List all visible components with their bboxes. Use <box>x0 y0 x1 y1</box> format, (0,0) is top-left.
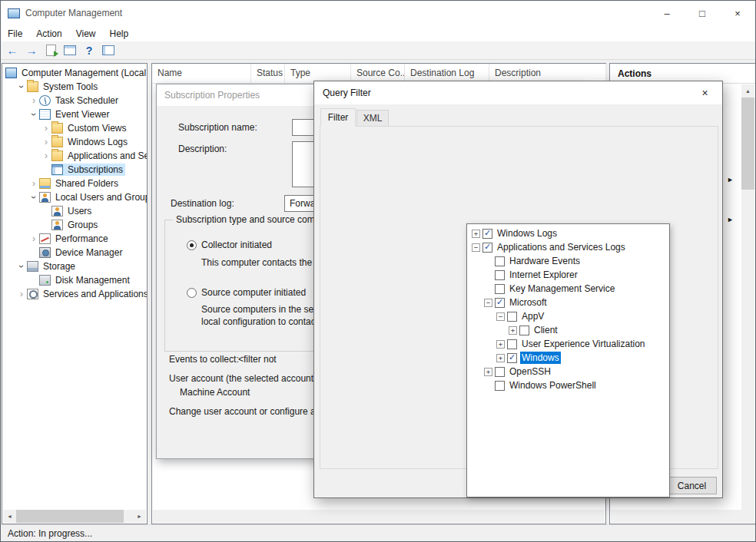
events-to-collect-value: <filter not <box>238 354 277 365</box>
checkbox[interactable] <box>495 381 505 391</box>
list-horizontal-scrollbar[interactable] <box>153 510 605 523</box>
scrollbar-thumb[interactable] <box>741 97 754 190</box>
checkbox[interactable] <box>495 284 505 294</box>
chevron-down-icon[interactable]: › <box>29 109 38 120</box>
actions-horizontal-scrollbar[interactable] <box>611 510 754 523</box>
log-tree-item-key-management-service[interactable]: Key Management Service <box>467 282 669 296</box>
log-tree-item-microsoft[interactable]: − ✓ Microsoft <box>467 296 669 309</box>
scroll-right-button[interactable]: ► <box>133 510 146 523</box>
source-initiated-radio[interactable]: Source computer initiated <box>187 286 306 299</box>
more-actions-flyout-icon[interactable]: ► <box>727 177 734 183</box>
menu-file[interactable]: File <box>1 25 29 41</box>
chevron-down-icon[interactable]: › <box>29 192 38 203</box>
tree-item-shared-folders[interactable]: › Shared Folders <box>2 177 147 190</box>
tree-item-device-manager[interactable]: Device Manager <box>2 246 147 259</box>
expand-button[interactable]: + <box>472 230 480 238</box>
tree-item-local-users-groups[interactable]: › Local Users and Groups <box>2 190 147 204</box>
checkbox[interactable]: ✓ <box>482 229 492 239</box>
properties-button[interactable] <box>100 43 117 58</box>
log-tree-item-internet-explorer[interactable]: Internet Explorer <box>467 268 669 282</box>
scrollbar-track[interactable] <box>124 510 133 523</box>
tree-item-custom-views[interactable]: › Custom Views <box>2 121 147 135</box>
scroll-up-button[interactable]: ▲ <box>741 84 754 97</box>
log-tree-item-hardware-events[interactable]: Hardware Events <box>467 254 669 268</box>
tab-filter[interactable]: Filter <box>320 108 356 127</box>
forward-button[interactable]: → <box>23 43 40 58</box>
log-tree-item-windows-powershell[interactable]: Windows PowerShell <box>467 378 669 392</box>
tab-xml[interactable]: XML <box>356 110 389 127</box>
collector-initiated-radio[interactable]: Collector initiated <box>187 239 272 251</box>
help-button[interactable]: ? <box>81 43 98 58</box>
chevron-right-icon[interactable]: › <box>28 96 39 105</box>
log-tree-label: Key Management Service <box>508 283 616 295</box>
expand-button[interactable]: + <box>484 368 492 376</box>
log-tree-item-windows[interactable]: + ✓ Windows <box>467 351 669 365</box>
tree-item-performance[interactable]: › Performance <box>2 232 147 246</box>
actions-scrollbar[interactable]: ▲ <box>741 84 754 510</box>
show-console-tree-button[interactable] <box>61 43 78 58</box>
tree-item-groups[interactable]: Groups <box>2 218 147 232</box>
folder-icon <box>51 137 63 147</box>
tree-item-task-scheduler[interactable]: › Task Scheduler <box>2 94 147 107</box>
maximize-button[interactable]: □ <box>685 1 720 25</box>
tree-item-computer-management[interactable]: Computer Management (Local <box>2 66 147 80</box>
tree-item-storage[interactable]: › Storage <box>2 259 147 273</box>
log-tree-item-windows-logs[interactable]: + ✓ Windows Logs <box>467 226 669 240</box>
tree-item-users[interactable]: Users <box>2 204 147 218</box>
more-actions-flyout-icon[interactable]: ► <box>727 216 734 223</box>
tree-horizontal-scrollbar[interactable]: ◄ ► <box>3 510 146 523</box>
tree-item-services-applications[interactable]: › Services and Applications <box>2 287 147 301</box>
close-button[interactable]: × <box>720 1 755 25</box>
checkbox[interactable] <box>495 367 505 377</box>
source-description-line1: Source computers in the selec <box>201 304 325 315</box>
checkbox[interactable] <box>519 326 529 335</box>
checkbox[interactable] <box>495 270 505 280</box>
chevron-down-icon[interactable]: › <box>17 261 26 272</box>
expand-button[interactable]: + <box>496 354 505 362</box>
checkbox[interactable] <box>507 312 517 322</box>
menu-action[interactable]: Action <box>29 25 68 41</box>
export-list-button[interactable] <box>42 43 59 58</box>
log-tree-item-applications-services-logs[interactable]: − ✓ Applications and Services Logs <box>467 240 669 254</box>
checkbox[interactable]: ✓ <box>507 353 517 363</box>
column-name[interactable]: Name <box>152 64 251 83</box>
menu-view[interactable]: View <box>69 25 103 41</box>
chevron-right-icon[interactable]: › <box>41 137 51 147</box>
collapse-button[interactable]: − <box>496 312 505 321</box>
checkbox[interactable] <box>507 339 517 349</box>
cancel-button[interactable]: Cancel <box>667 477 717 494</box>
chevron-right-icon[interactable]: › <box>41 151 51 160</box>
log-tree-item-appv[interactable]: − AppV <box>467 309 669 323</box>
chevron-right-icon[interactable]: › <box>16 289 27 299</box>
expand-button[interactable]: + <box>509 326 517 335</box>
chevron-right-icon[interactable]: › <box>41 124 51 133</box>
chevron-right-icon[interactable]: › <box>28 179 39 188</box>
chevron-down-icon[interactable]: › <box>17 81 26 92</box>
menu-bar: File Action View Help <box>1 25 756 41</box>
checkbox[interactable]: ✓ <box>495 298 505 308</box>
tree-item-event-viewer[interactable]: › Event Viewer <box>2 107 147 121</box>
menu-help[interactable]: Help <box>103 25 136 41</box>
chevron-right-icon[interactable]: › <box>28 234 39 243</box>
tree-item-system-tools[interactable]: › System Tools <box>2 80 147 94</box>
dialog-title: Query Filter <box>323 88 371 98</box>
log-tree-item-user-experience-virtualization[interactable]: + User Experience Virtualization <box>467 337 669 351</box>
expand-button[interactable]: + <box>496 340 505 349</box>
back-button[interactable]: ← <box>4 43 21 58</box>
collapse-button[interactable]: − <box>472 243 480 252</box>
tree-item-windows-logs[interactable]: › Windows Logs <box>2 135 147 149</box>
log-tree-item-client[interactable]: + Client <box>467 323 669 337</box>
tree-item-subscriptions[interactable]: Subscriptions <box>2 163 147 177</box>
dialog-close-button[interactable]: × <box>688 81 722 104</box>
log-tree-label: AppV <box>520 310 545 322</box>
tree-item-applications-logs[interactable]: › Applications and Se <box>2 149 147 163</box>
log-tree-item-openssh[interactable]: + OpenSSH <box>467 365 669 378</box>
collapse-button[interactable]: − <box>484 299 492 307</box>
column-status[interactable]: Status <box>251 64 285 83</box>
minimize-button[interactable]: – <box>649 1 685 25</box>
tree-item-disk-management[interactable]: Disk Management <box>2 273 147 287</box>
scroll-left-button[interactable]: ◄ <box>3 510 16 523</box>
checkbox[interactable]: ✓ <box>482 243 492 253</box>
scrollbar-thumb[interactable] <box>16 510 124 523</box>
checkbox[interactable] <box>495 256 505 266</box>
